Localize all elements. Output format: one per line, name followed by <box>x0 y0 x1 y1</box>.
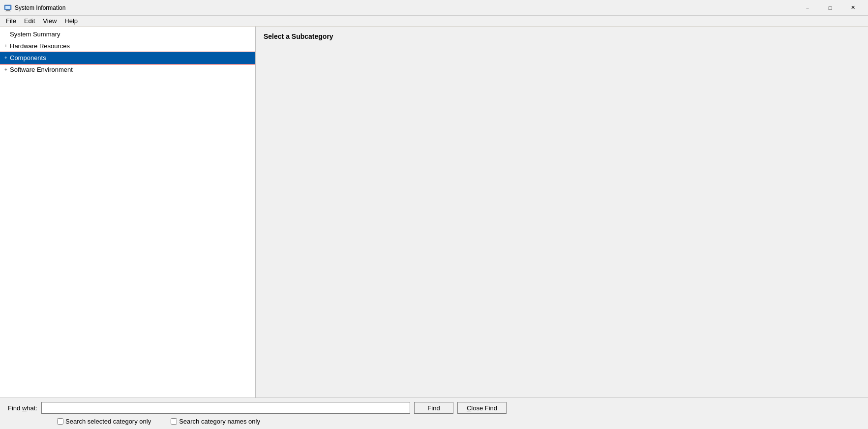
close-button[interactable]: ✕ <box>841 0 864 16</box>
expander-software-environment: + <box>2 66 10 74</box>
minimize-button[interactable]: − <box>796 0 819 16</box>
app-icon <box>4 4 12 12</box>
menu-view[interactable]: View <box>39 16 60 26</box>
bottom-bar: Find what: Find Close Find Search select… <box>0 398 868 429</box>
expander-components: + <box>2 54 10 62</box>
tree-item-software-environment[interactable]: + Software Environment <box>0 64 255 76</box>
search-selected-category-label[interactable]: Search selected category only <box>57 418 151 425</box>
maximize-button[interactable]: □ <box>819 0 841 16</box>
title-bar: System Information − □ ✕ <box>0 0 868 16</box>
tree-label-software-environment: Software Environment <box>10 65 73 75</box>
window-controls: − □ ✕ <box>796 0 864 16</box>
expander-hardware-resources: + <box>2 42 10 50</box>
svg-rect-2 <box>6 10 10 11</box>
search-category-names-text: Search category names only <box>179 418 260 425</box>
svg-rect-1 <box>5 6 10 9</box>
expander-system-summary <box>2 31 10 38</box>
search-selected-category-checkbox[interactable] <box>57 418 63 425</box>
tree-item-system-summary[interactable]: System Summary <box>0 29 255 40</box>
tree-label-hardware-resources: Hardware Resources <box>10 41 70 51</box>
find-input[interactable] <box>41 402 410 414</box>
svg-rect-3 <box>5 11 11 11</box>
tree-item-components[interactable]: + Components <box>0 52 255 64</box>
menu-file[interactable]: File <box>2 16 20 26</box>
main-content: System Summary + Hardware Resources + Co… <box>0 27 868 398</box>
subcategory-title: Select a Subcategory <box>260 31 864 42</box>
find-row: Find what: Find Close Find <box>8 402 860 414</box>
menu-bar: File Edit View Help <box>0 16 868 27</box>
tree-item-hardware-resources[interactable]: + Hardware Resources <box>0 40 255 52</box>
search-category-names-checkbox[interactable] <box>171 418 177 425</box>
content-panel: Select a Subcategory <box>256 27 868 398</box>
find-button[interactable]: Find <box>414 402 453 414</box>
search-selected-category-text: Search selected category only <box>65 418 151 425</box>
close-find-button[interactable]: Close Find <box>457 402 507 414</box>
menu-help[interactable]: Help <box>60 16 82 26</box>
tree-label-components: Components <box>10 53 46 63</box>
tree-label-system-summary: System Summary <box>10 30 60 39</box>
window-title: System Information <box>15 4 796 11</box>
search-category-names-label[interactable]: Search category names only <box>171 418 260 425</box>
find-label: Find what: <box>8 404 37 412</box>
checkbox-row: Search selected category only Search cat… <box>8 418 860 425</box>
tree-panel: System Summary + Hardware Resources + Co… <box>0 27 256 398</box>
menu-edit[interactable]: Edit <box>20 16 39 26</box>
